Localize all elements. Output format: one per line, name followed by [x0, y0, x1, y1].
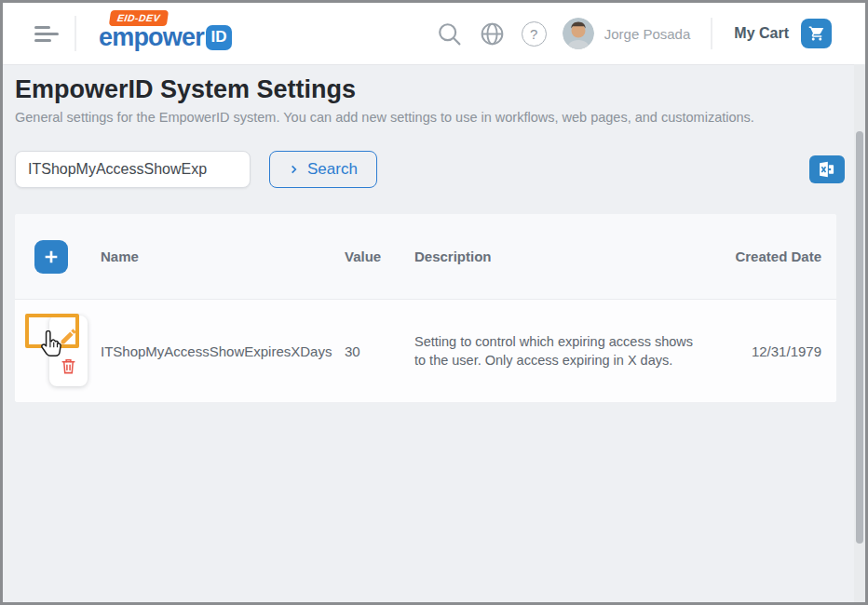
page-title: EmpowerID System Settings	[15, 75, 356, 104]
setting-description: Setting to control which expiring access…	[414, 332, 719, 370]
brand-text: empower	[99, 25, 204, 50]
table-header-row: Name Value Description Created Date	[15, 214, 836, 300]
divider	[75, 16, 76, 51]
help-glyph: ?	[530, 26, 537, 42]
search-icon[interactable]	[436, 20, 463, 47]
column-header-value[interactable]: Value	[345, 249, 414, 264]
edit-button[interactable]	[59, 327, 78, 346]
column-header-created-date[interactable]: Created Date	[719, 249, 821, 264]
settings-table: Name Value Description Created Date	[15, 214, 836, 402]
search-button[interactable]: Search	[269, 151, 377, 188]
brand-logo[interactable]: EID-DEV empower ID	[99, 25, 232, 50]
edit-icon	[59, 327, 78, 346]
column-header-name[interactable]: Name	[101, 249, 345, 264]
divider	[711, 18, 712, 49]
environment-badge: EID-DEV	[109, 10, 169, 26]
top-navigation-bar: EID-DEV empower ID ?	[3, 3, 865, 65]
page-subtitle: General settings for the EmpowerID syste…	[15, 110, 754, 125]
table-row[interactable]: ITShopMyAccessShowExpiresXDays 30 Settin…	[15, 300, 836, 402]
menu-toggle-icon[interactable]	[34, 22, 59, 46]
setting-created-date: 12/31/1979	[719, 343, 821, 359]
globe-icon[interactable]	[479, 20, 506, 47]
setting-name: ITShopMyAccessShowExpiresXDays	[101, 343, 345, 359]
cart-button[interactable]	[801, 19, 832, 48]
delete-icon	[60, 357, 77, 375]
brand-mark: ID	[206, 25, 232, 50]
row-actions	[49, 316, 88, 386]
my-cart-label[interactable]: My Cart	[734, 25, 789, 42]
cart-icon	[808, 25, 825, 42]
search-button-label: Search	[307, 160, 358, 179]
help-icon[interactable]: ?	[522, 21, 547, 47]
search-input[interactable]	[15, 151, 251, 188]
add-setting-button[interactable]	[34, 240, 68, 274]
add-icon	[42, 248, 61, 266]
app-window: EID-DEV empower ID ?	[0, 0, 868, 605]
setting-value: 30	[345, 343, 414, 359]
scrollbar-track[interactable]	[854, 64, 865, 602]
user-name: Jorge Posada	[604, 26, 691, 42]
scrollbar-thumb[interactable]	[856, 131, 863, 544]
column-header-description[interactable]: Description	[414, 249, 719, 264]
excel-export-icon	[817, 160, 837, 179]
delete-button[interactable]	[60, 357, 77, 375]
excel-export-button[interactable]	[809, 155, 845, 183]
avatar[interactable]	[563, 18, 594, 49]
chevron-right-icon	[289, 164, 299, 175]
